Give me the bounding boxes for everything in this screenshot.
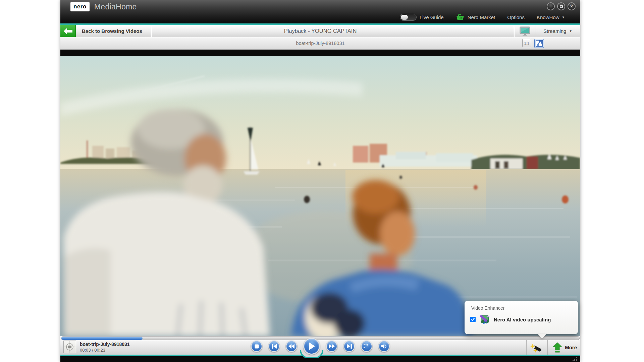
page-title: Playback - YOUNG CAPTAIN: [284, 28, 357, 34]
monitor-icon: [519, 26, 531, 36]
more-button[interactable]: More: [548, 340, 578, 355]
previous-button[interactable]: [268, 341, 280, 352]
options-button[interactable]: Options: [507, 14, 525, 20]
upscaling-checkbox[interactable]: [470, 317, 476, 322]
volume-icon: [381, 344, 387, 349]
next-icon: [347, 344, 352, 349]
next-button[interactable]: [343, 341, 355, 352]
knowhow-dropdown[interactable]: KnowHow ▾: [537, 14, 564, 20]
transport-controls: [251, 338, 390, 355]
fast-forward-icon: [329, 344, 335, 349]
rewind-icon: [288, 344, 294, 349]
svg-text:AI: AI: [483, 321, 487, 324]
nero-logo: nero: [70, 2, 90, 11]
toggle-knob: [401, 15, 408, 20]
menu-row: Live Guide Nero Market Options KnowHow: [400, 11, 580, 23]
video-enhancer-button[interactable]: [527, 340, 547, 355]
fit-to-screen-icon: [536, 40, 543, 47]
progress-fill: [61, 337, 143, 340]
fast-forward-button[interactable]: [326, 341, 337, 352]
live-guide-toggle-group[interactable]: Live Guide: [400, 14, 444, 21]
video-display[interactable]: [60, 56, 580, 336]
fit-to-screen-button[interactable]: [534, 39, 544, 48]
back-label[interactable]: Back to Browsing Videos: [82, 28, 142, 34]
now-playing-title: boat-trip-July-8918031: [80, 341, 130, 347]
video-enhancer-popup: Video Enhancer AI Nero AI video upscalin…: [465, 301, 578, 334]
repeat-icon: [364, 344, 370, 349]
previous-icon: [272, 344, 277, 349]
live-guide-label: Live Guide: [420, 14, 444, 20]
chevron-down-icon: ▾: [562, 15, 564, 19]
player-bar: boat-trip-July-8918031 00:03 / 00:23: [60, 336, 580, 362]
more-label: More: [565, 345, 577, 350]
letterbox-top: [60, 50, 580, 56]
minimize-button[interactable]: –: [547, 2, 555, 10]
window-controls: – ✕: [547, 2, 576, 10]
streaming-label: Streaming: [543, 28, 566, 34]
maximize-button[interactable]: [557, 2, 565, 10]
magic-wand-icon: [530, 342, 544, 353]
live-guide-toggle[interactable]: [400, 14, 417, 21]
close-button[interactable]: ✕: [568, 2, 576, 10]
navbar: Back to Browsing Videos Playback - YOUNG…: [60, 25, 580, 37]
time-display: 00:03 / 00:23: [80, 348, 130, 353]
media-thumbnail-icon: [63, 341, 76, 353]
knowhow-label: KnowHow: [537, 14, 559, 20]
app-window: nero MediaHome – ✕ Live Guide: [60, 0, 580, 362]
actual-size-button[interactable]: 1:1: [522, 39, 531, 47]
play-to-device-button[interactable]: [514, 25, 536, 37]
repeat-button[interactable]: [361, 341, 372, 352]
chevron-down-icon: ▾: [570, 29, 572, 33]
popup-title: Video Enhancer: [465, 301, 578, 311]
basket-icon: [456, 14, 465, 20]
ai-upscaling-icon: AI: [480, 314, 490, 324]
video-scene: [60, 56, 580, 336]
rewind-button[interactable]: [286, 341, 297, 352]
play-icon: [308, 342, 315, 350]
titlebar: nero MediaHome – ✕ Live Guide: [60, 0, 580, 23]
streaming-dropdown[interactable]: Streaming ▾: [536, 28, 580, 34]
volume-button[interactable]: [378, 341, 390, 352]
nero-market-label: Nero Market: [468, 14, 495, 20]
stop-button[interactable]: [251, 341, 262, 352]
window-footer: [60, 356, 580, 362]
media-title: boat-trip-July-8918031: [296, 41, 344, 46]
back-arrow-icon: [63, 27, 73, 35]
upscaling-label[interactable]: Nero AI video upscaling: [494, 317, 551, 322]
play-button[interactable]: [303, 338, 320, 355]
up-arrow-icon: [553, 343, 562, 353]
stop-icon: [255, 344, 259, 349]
resize-grip[interactable]: [572, 357, 577, 361]
app-title: MediaHome: [94, 2, 137, 11]
toolbar: boat-trip-July-8918031 1:1: [60, 37, 580, 50]
options-label: Options: [507, 14, 525, 20]
divider: [151, 25, 151, 37]
maximize-icon: [560, 5, 563, 8]
nero-market-button[interactable]: Nero Market: [456, 14, 495, 20]
back-button[interactable]: [60, 25, 76, 37]
